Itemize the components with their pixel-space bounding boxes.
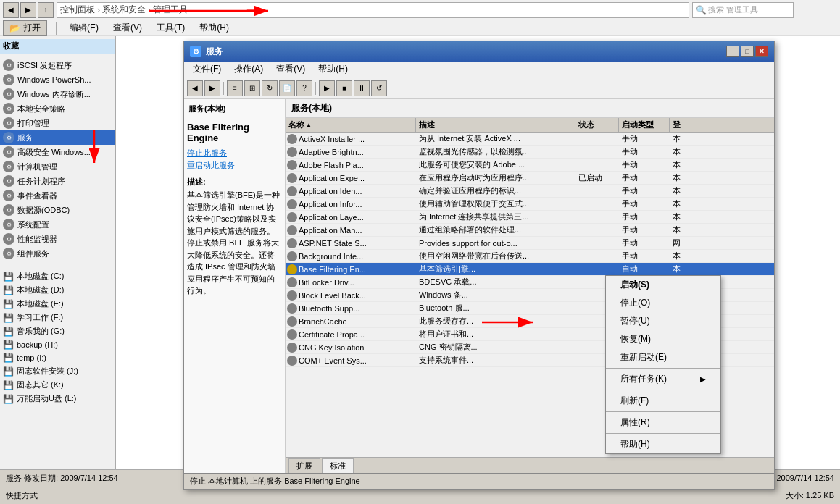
svc-logon: 本: [670, 185, 713, 196]
col-header-desc[interactable]: 描述: [416, 118, 575, 132]
table-row[interactable]: Application Man... 通过组策略部署的软件处理... 手动 本: [286, 224, 774, 237]
svc-desc: Windows 备...: [416, 290, 575, 301]
col-header-name[interactable]: 名称 ▲: [286, 118, 416, 132]
svc-logon: 本: [670, 251, 713, 261]
svc-logon: 本: [670, 264, 713, 274]
stop-service-link[interactable]: 停止此服务: [187, 148, 282, 159]
table-row[interactable]: Adaptive Brightn... 监视氛围光传感器，以检测氛... 手动 …: [286, 146, 774, 159]
table-row[interactable]: Background Inte... 使用空闲网络带宽在后台传送... 手动 本: [286, 250, 774, 263]
toolbar-help[interactable]: ?: [296, 80, 312, 96]
search-box[interactable]: 🔍 搜索 管理工具: [692, 2, 794, 18]
toolbar-export[interactable]: 📄: [279, 80, 295, 96]
col-header-logon[interactable]: 登: [670, 118, 713, 132]
ctx-properties[interactable]: 属性(R): [606, 413, 720, 432]
services-icon: ⚙: [3, 132, 14, 143]
left-item-compsvc[interactable]: ⚙ 组件服务: [0, 246, 115, 261]
left-item-powershell[interactable]: ⚙ Windows PowerSh...: [0, 72, 115, 87]
drive-f-icon: 💾: [3, 313, 14, 323]
left-item-odbc[interactable]: ⚙ 数据源(ODBC): [0, 203, 115, 217]
forward-button[interactable]: ▶: [20, 2, 36, 18]
menu-edit[interactable]: 编辑(E): [65, 20, 103, 35]
svc-name: Application Laye...: [299, 213, 364, 222]
drive-h[interactable]: 💾 backup (H:): [0, 338, 115, 351]
tab-extend[interactable]: 扩展: [288, 458, 320, 473]
table-row[interactable]: ActiveX Installer ... 为从 Internet 安装 Act…: [286, 133, 774, 146]
left-item-iscsi[interactable]: ⚙ iSCSI 发起程序: [0, 58, 115, 72]
svc-desc: 为从 Internet 安装 ActiveX ...: [416, 133, 575, 144]
left-item-memdiag[interactable]: ⚙ Windows 内存诊断...: [0, 87, 115, 101]
drive-l[interactable]: 💾 万能启动U盘 (L:): [0, 392, 115, 406]
open-button[interactable]: 📂 打开: [3, 20, 47, 36]
tab-standard[interactable]: 标准: [322, 458, 354, 473]
address-path[interactable]: 控制面板 › 系统和安全 › 管理工具: [57, 2, 689, 18]
svc-name: ActiveX Installer ...: [299, 135, 365, 143]
svc-name: Application Expe...: [299, 174, 365, 182]
left-item-computermgmt[interactable]: ⚙ 计算机管理: [0, 159, 115, 174]
col-header-status[interactable]: 状态: [575, 118, 619, 132]
left-item-sysconfig[interactable]: ⚙ 系统配置: [0, 217, 115, 232]
left-item-advanced-security[interactable]: ⚙ 高级安全 Windows...: [0, 145, 115, 159]
svc-desc: Provides support for out-o...: [416, 239, 575, 248]
ctx-resume[interactable]: 恢复(M): [606, 330, 720, 348]
svc-desc: Bluetooth 服...: [416, 303, 575, 314]
table-row-selected[interactable]: Base Filtering En... 基本筛选引|擎... 自动 本: [286, 263, 774, 276]
svc-icon: [287, 264, 297, 274]
menu-help-svc[interactable]: 帮助(H): [312, 62, 354, 77]
toolbar-forward[interactable]: ▶: [204, 80, 220, 96]
left-item-perfmon[interactable]: ⚙ 性能监视器: [0, 232, 115, 246]
ctx-stop[interactable]: 停止(O): [606, 294, 720, 312]
services-title-icon: ⚙: [190, 46, 201, 57]
left-item-print[interactable]: ⚙ 打印管理: [0, 116, 115, 130]
menu-action[interactable]: 操作(A): [228, 62, 269, 77]
left-item-eventviewer[interactable]: ⚙ 事件查看器: [0, 188, 115, 203]
minimize-button[interactable]: _: [726, 46, 739, 57]
restart-service-link[interactable]: 重启动此服务: [187, 160, 282, 171]
table-row[interactable]: Application Expe... 在应用程序启动时为应用程序... 已启动…: [286, 172, 774, 185]
service-detail-panel: Base Filtering Engine 停止此服务 重启动此服务 描述: 基…: [187, 122, 282, 297]
toolbar-restart[interactable]: ↺: [371, 80, 387, 96]
drive-j[interactable]: 💾 固态软件安装 (J:): [0, 364, 115, 378]
drive-c[interactable]: 💾 本地磁盘 (C:): [0, 269, 115, 283]
drive-g[interactable]: 💾 音乐我的 (G:): [0, 324, 115, 338]
ctx-refresh[interactable]: 刷新(F): [606, 392, 720, 410]
drive-d[interactable]: 💾 本地磁盘 (D:): [0, 283, 115, 297]
ctx-alltasks[interactable]: 所有任务(K) ▶: [606, 370, 720, 388]
menu-file[interactable]: 文件(F): [187, 62, 227, 77]
toolbar-view-detail[interactable]: ⊞: [244, 80, 260, 96]
drive-e[interactable]: 💾 本地磁盘 (E:): [0, 297, 115, 311]
menu-view-svc[interactable]: 查看(V): [270, 62, 311, 77]
table-row[interactable]: Application Iden... 确定并验证应用程序的标识... 手动 本: [286, 185, 774, 198]
close-button[interactable]: ✕: [755, 46, 768, 57]
left-item-services[interactable]: ⚙ 服务: [0, 130, 115, 145]
ctx-restart[interactable]: 重新启动(E): [606, 348, 720, 366]
ctx-start[interactable]: 启动(S): [606, 276, 720, 294]
ctx-pause[interactable]: 暂停(U): [606, 312, 720, 330]
toolbar-refresh[interactable]: ↻: [262, 80, 278, 96]
table-row[interactable]: ASP.NET State S... Provides support for …: [286, 237, 774, 250]
up-button[interactable]: ↑: [38, 2, 54, 18]
table-row[interactable]: Adobe Flash Pla... 此服务可使您安装的 Adobe ... 手…: [286, 159, 774, 172]
left-item-taskscheduler[interactable]: ⚙ 任务计划程序: [0, 174, 115, 188]
toolbar-pause[interactable]: ⏸: [354, 80, 370, 96]
toolbar-start[interactable]: ▶: [319, 80, 335, 96]
menu-tools[interactable]: 工具(T): [152, 20, 189, 35]
svc-name: CNG Key Isolation: [299, 343, 364, 352]
menu-help[interactable]: 帮助(H): [195, 20, 233, 35]
breadcrumb-sep2: ›: [148, 5, 151, 15]
svc-name: Adaptive Brightn...: [299, 148, 364, 156]
maximize-button[interactable]: □: [741, 46, 754, 57]
toolbar-back[interactable]: ◀: [187, 80, 203, 96]
back-button[interactable]: ◀: [3, 2, 19, 18]
table-row[interactable]: Application Laye... 为 Internet 连接共享提供第三.…: [286, 211, 774, 224]
ctx-help[interactable]: 帮助(H): [606, 435, 720, 453]
toolbar-view-list[interactable]: ≡: [227, 80, 243, 96]
toolbar-stop[interactable]: ■: [336, 80, 352, 96]
table-row[interactable]: Application Infor... 使用辅助管理权限便于交互式... 手动…: [286, 198, 774, 211]
toolbar-separator: [56, 22, 57, 35]
left-item-security[interactable]: ⚙ 本地安全策略: [0, 101, 115, 116]
drive-k[interactable]: 💾 固态其它 (K:): [0, 378, 115, 392]
drive-f[interactable]: 💾 学习工作 (F:): [0, 311, 115, 324]
drive-i[interactable]: 💾 temp (I:): [0, 351, 115, 364]
menu-view[interactable]: 查看(V): [109, 20, 146, 35]
col-header-startup[interactable]: 启动类型: [619, 118, 670, 132]
